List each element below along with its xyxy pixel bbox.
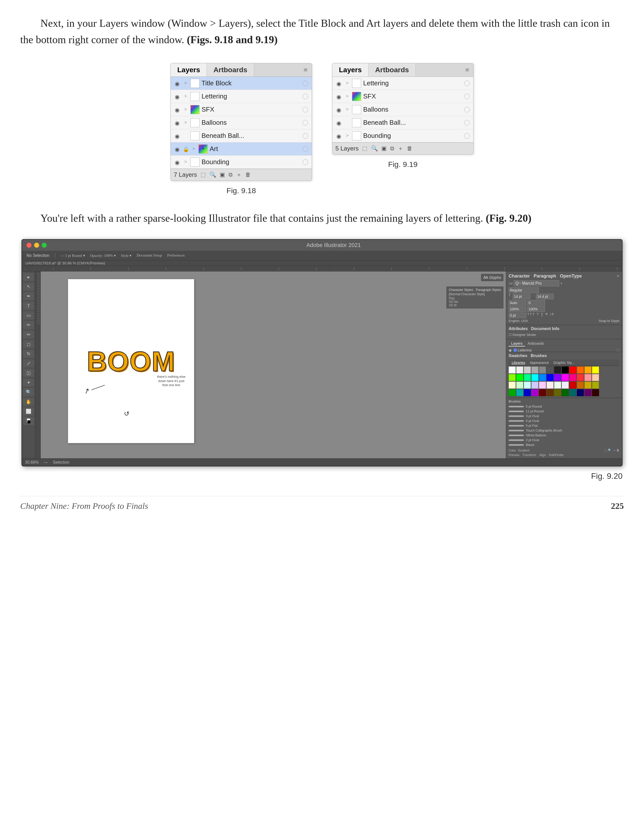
gradient-tab[interactable]: Gradient: [518, 449, 530, 452]
brush-row[interactable]: 2 pt Oval: [509, 438, 619, 443]
kerning-input[interactable]: [509, 300, 526, 306]
swatch-cell[interactable]: [547, 374, 553, 381]
swatch-cell[interactable]: [509, 374, 516, 381]
pencil-tool[interactable]: ✏: [23, 331, 34, 339]
swatch-cell[interactable]: [509, 366, 516, 374]
eye-icon[interactable]: ◉: [335, 120, 343, 126]
font-dropdown[interactable]: ▾: [561, 281, 562, 285]
swatch-cell[interactable]: [577, 366, 584, 374]
layer-row-sfx[interactable]: ◉ > SFX: [171, 103, 312, 116]
swatch-cell[interactable]: [539, 366, 546, 374]
hand-tool[interactable]: ✋: [23, 398, 34, 406]
swatch-cell[interactable]: [524, 374, 531, 381]
fill-stroke[interactable]: [23, 417, 34, 425]
graphic-styles-tab[interactable]: Graphic Sty...: [552, 360, 576, 365]
delete-icon[interactable]: 🗑: [245, 171, 251, 178]
pen-tool[interactable]: ✒: [23, 292, 34, 300]
swatch-cell[interactable]: [569, 381, 576, 389]
font-style-input[interactable]: [509, 287, 539, 293]
delete-icon[interactable]: 🗑: [407, 145, 412, 152]
tab-artboards-919[interactable]: Artboards: [369, 63, 416, 77]
rotate-tool[interactable]: ↻: [23, 350, 34, 358]
swatch-cell[interactable]: [592, 381, 599, 389]
libraries-tab[interactable]: Libraries: [511, 360, 526, 365]
tab-artboards-918[interactable]: Artboards: [207, 63, 254, 77]
char-normal-style[interactable]: [Normal Character Style]: [449, 292, 501, 296]
swatch-cell[interactable]: [562, 389, 569, 396]
layer-row-lettering-919[interactable]: ◉ > Lettering: [332, 77, 473, 90]
pathfinder-tab[interactable]: PathFinder: [549, 453, 564, 457]
hscale-input[interactable]: [509, 306, 526, 312]
swatch-cell[interactable]: [524, 389, 531, 396]
vscale-input[interactable]: [527, 306, 545, 312]
eye-icon[interactable]: ◉: [173, 120, 181, 126]
layer-row-bounding[interactable]: ◉ > Bounding: [171, 155, 312, 169]
align-tab[interactable]: Align: [539, 453, 546, 457]
transform-tab[interactable]: Transform: [523, 453, 536, 457]
swatch-cell[interactable]: [531, 381, 538, 389]
eye-icon[interactable]: ◉: [173, 107, 181, 112]
swatch-cell[interactable]: [584, 366, 592, 374]
char-panel-close[interactable]: ✕: [616, 274, 619, 278]
collect-icon[interactable]: ▣: [381, 145, 387, 152]
swatch-cell[interactable]: [584, 381, 592, 389]
direct-select-tool[interactable]: ↖: [23, 283, 34, 291]
layers-tab[interactable]: Layers: [509, 341, 525, 346]
swatch-cell[interactable]: [524, 366, 531, 374]
collect-icon[interactable]: ▣: [220, 171, 225, 178]
swatch-cell[interactable]: [592, 389, 599, 396]
scale-tool[interactable]: ⤢: [23, 359, 34, 367]
panel-menu-icon-918[interactable]: ≡: [300, 63, 312, 77]
gradient-tool[interactable]: ◫: [23, 369, 34, 377]
baseline-input[interactable]: [509, 313, 526, 318]
swatch-cell[interactable]: [562, 366, 569, 374]
shape-tool[interactable]: ▭: [23, 311, 34, 320]
swatch-cell[interactable]: [539, 389, 546, 396]
tracking-input[interactable]: [527, 300, 545, 306]
swatch-cell[interactable]: [509, 389, 516, 396]
layer-row-titleblock[interactable]: ◉ > Title Block: [171, 77, 312, 90]
maximize-button[interactable]: [41, 243, 47, 248]
add-icon[interactable]: ＋: [236, 171, 242, 178]
brushes-icons[interactable]: ⬚ 🔍 ＋ 🗑: [604, 448, 619, 452]
swatch-cell[interactable]: [554, 374, 561, 381]
layer-row-bounding-919[interactable]: ◉ > Bounding: [332, 129, 473, 142]
layer-row-lettering[interactable]: ◉ > Lettering: [171, 90, 312, 103]
swatch-cell[interactable]: [516, 381, 523, 389]
brush-tool[interactable]: ✏: [23, 321, 34, 329]
eye-icon[interactable]: ◉: [335, 81, 343, 86]
tool-stroke[interactable]: — 1 pt Round ▾: [59, 253, 86, 258]
brush-row[interactable]: 11 pt Round: [509, 409, 619, 414]
brushes-tab[interactable]: Brushes: [509, 400, 521, 403]
appearance-tab-lib[interactable]: Appearance: [529, 360, 550, 365]
brush-row[interactable]: Alfred Balloon: [509, 433, 619, 438]
swatch-cell[interactable]: [531, 389, 538, 396]
layer-row-sfx-919[interactable]: ◉ > SFX: [332, 90, 473, 103]
font-name-input[interactable]: [514, 280, 559, 286]
eye-icon[interactable]: ◉: [173, 159, 181, 165]
tool-doc-setup[interactable]: Document Setup: [135, 253, 163, 258]
ai-canvas[interactable]: ||||||||||||||||||||||||||||||| BOOM ↗ —…: [35, 272, 506, 458]
minimize-button[interactable]: [34, 243, 39, 248]
brush-row[interactable]: 5 pt Oval: [509, 418, 619, 423]
merge-icon[interactable]: ⧉: [229, 171, 233, 178]
eraser-tool[interactable]: ◻: [23, 340, 34, 348]
type-tool[interactable]: T: [23, 302, 34, 310]
swatch-cell[interactable]: [516, 389, 523, 396]
eye-icon[interactable]: ◉: [335, 94, 343, 99]
swatch-cell[interactable]: [554, 366, 561, 374]
merge-icon[interactable]: ⧉: [390, 145, 394, 152]
swatch-cell[interactable]: [592, 374, 599, 381]
swatch-cell[interactable]: [547, 381, 553, 389]
artboards-tab[interactable]: Artboards: [525, 341, 547, 346]
color-tab[interactable]: Color: [509, 449, 516, 452]
swatch-cell[interactable]: [531, 374, 538, 381]
layer-row-balloons-919[interactable]: ◉ > Balloons: [332, 103, 473, 116]
tab-layers-919[interactable]: Layers: [332, 63, 369, 77]
swatch-cell[interactable]: [554, 389, 561, 396]
tool-style[interactable]: Style ▾: [120, 253, 133, 258]
layer-row-beneath[interactable]: ◉ Beneath Ball...: [171, 129, 312, 142]
swatch-cell[interactable]: [592, 366, 599, 374]
eye-icon[interactable]: ◉: [335, 133, 343, 138]
font-size-input[interactable]: [513, 294, 530, 299]
